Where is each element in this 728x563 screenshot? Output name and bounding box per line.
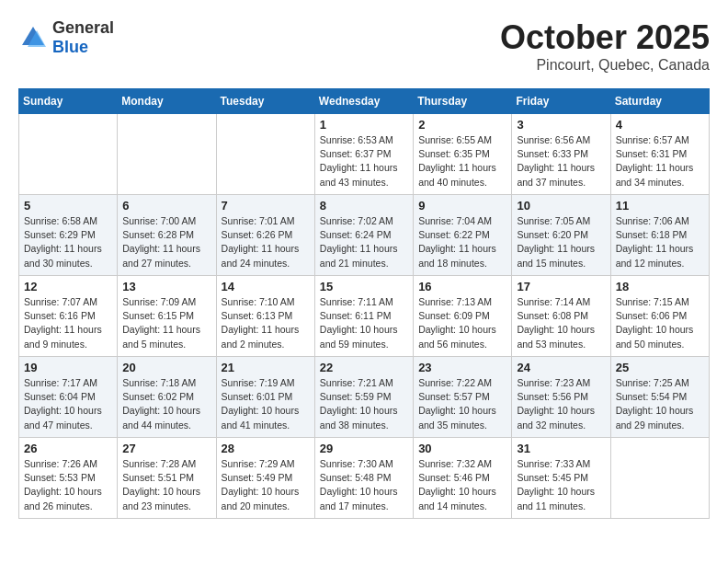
day-info: Sunrise: 7:15 AM Sunset: 6:06 PM Dayligh…	[616, 295, 704, 351]
calendar-cell: 30Sunrise: 7:32 AM Sunset: 5:46 PM Dayli…	[414, 438, 512, 519]
calendar-cell: 28Sunrise: 7:29 AM Sunset: 5:49 PM Dayli…	[216, 438, 314, 519]
month-title: October 2025	[500, 18, 710, 57]
day-info: Sunrise: 6:53 AM Sunset: 6:37 PM Dayligh…	[320, 133, 408, 190]
calendar-cell: 14Sunrise: 7:10 AM Sunset: 6:13 PM Dayli…	[216, 276, 314, 357]
day-info: Sunrise: 7:00 AM Sunset: 6:28 PM Dayligh…	[122, 214, 210, 270]
weekday-header-wednesday: Wednesday	[314, 89, 413, 114]
day-number: 10	[517, 199, 605, 213]
day-number: 2	[418, 118, 506, 132]
day-number: 13	[122, 280, 210, 293]
weekday-header-monday: Monday	[118, 89, 216, 114]
weekday-header-saturday: Saturday	[610, 89, 709, 114]
day-number: 30	[418, 442, 506, 455]
calendar-cell: 16Sunrise: 7:13 AM Sunset: 6:09 PM Dayli…	[414, 276, 512, 357]
day-info: Sunrise: 6:55 AM Sunset: 6:35 PM Dayligh…	[418, 133, 506, 190]
day-number: 29	[320, 442, 408, 455]
day-info: Sunrise: 7:19 AM Sunset: 6:01 PM Dayligh…	[222, 376, 310, 432]
day-number: 19	[24, 361, 112, 374]
calendar-cell: 31Sunrise: 7:33 AM Sunset: 5:45 PM Dayli…	[512, 438, 610, 519]
calendar-cell: 27Sunrise: 7:28 AM Sunset: 5:51 PM Dayli…	[118, 438, 216, 519]
day-number: 12	[24, 280, 112, 293]
day-info: Sunrise: 6:58 AM Sunset: 6:29 PM Dayligh…	[24, 214, 112, 270]
day-info: Sunrise: 7:09 AM Sunset: 6:15 PM Dayligh…	[122, 295, 210, 351]
calendar-cell: 7Sunrise: 7:01 AM Sunset: 6:26 PM Daylig…	[216, 195, 314, 276]
day-info: Sunrise: 7:01 AM Sunset: 6:26 PM Dayligh…	[222, 214, 310, 270]
page-header: General Blue October 2025 Pincourt, Queb…	[18, 18, 710, 74]
weekday-row: SundayMondayTuesdayWednesdayThursdayFrid…	[19, 89, 710, 114]
calendar-cell: 19Sunrise: 7:17 AM Sunset: 6:04 PM Dayli…	[19, 357, 118, 438]
day-number: 11	[616, 199, 704, 213]
day-number: 1	[320, 118, 408, 132]
day-number: 3	[517, 118, 605, 132]
weekday-header-friday: Friday	[512, 89, 610, 114]
calendar-cell: 11Sunrise: 7:06 AM Sunset: 6:18 PM Dayli…	[610, 195, 709, 276]
day-info: Sunrise: 7:18 AM Sunset: 6:02 PM Dayligh…	[122, 376, 210, 432]
day-info: Sunrise: 7:30 AM Sunset: 5:48 PM Dayligh…	[320, 457, 408, 513]
calendar-header: SundayMondayTuesdayWednesdayThursdayFrid…	[19, 89, 710, 114]
calendar-cell	[118, 114, 216, 195]
calendar-cell: 29Sunrise: 7:30 AM Sunset: 5:48 PM Dayli…	[314, 438, 413, 519]
day-info: Sunrise: 7:10 AM Sunset: 6:13 PM Dayligh…	[222, 295, 310, 351]
calendar-week-2: 5Sunrise: 6:58 AM Sunset: 6:29 PM Daylig…	[19, 195, 710, 276]
calendar-cell: 12Sunrise: 7:07 AM Sunset: 6:16 PM Dayli…	[19, 276, 118, 357]
calendar-cell: 9Sunrise: 7:04 AM Sunset: 6:22 PM Daylig…	[414, 195, 512, 276]
day-number: 16	[418, 280, 506, 293]
day-info: Sunrise: 7:22 AM Sunset: 5:57 PM Dayligh…	[418, 376, 506, 432]
calendar-cell: 26Sunrise: 7:26 AM Sunset: 5:53 PM Dayli…	[19, 438, 118, 519]
day-info: Sunrise: 7:21 AM Sunset: 5:59 PM Dayligh…	[320, 376, 408, 432]
location-subtitle: Pincourt, Quebec, Canada	[500, 57, 710, 74]
calendar-cell: 5Sunrise: 6:58 AM Sunset: 6:29 PM Daylig…	[19, 195, 118, 276]
calendar-body: 1Sunrise: 6:53 AM Sunset: 6:37 PM Daylig…	[19, 114, 710, 519]
calendar-cell: 13Sunrise: 7:09 AM Sunset: 6:15 PM Dayli…	[118, 276, 216, 357]
day-number: 15	[320, 280, 408, 293]
day-info: Sunrise: 7:07 AM Sunset: 6:16 PM Dayligh…	[24, 295, 112, 351]
day-info: Sunrise: 7:23 AM Sunset: 5:56 PM Dayligh…	[517, 376, 605, 432]
day-number: 21	[222, 361, 310, 374]
day-info: Sunrise: 7:14 AM Sunset: 6:08 PM Dayligh…	[517, 295, 605, 351]
calendar-cell	[610, 438, 709, 519]
calendar-cell: 8Sunrise: 7:02 AM Sunset: 6:24 PM Daylig…	[314, 195, 413, 276]
day-number: 4	[616, 118, 704, 132]
calendar-cell: 17Sunrise: 7:14 AM Sunset: 6:08 PM Dayli…	[512, 276, 610, 357]
day-number: 26	[24, 442, 112, 455]
calendar-cell: 21Sunrise: 7:19 AM Sunset: 6:01 PM Dayli…	[216, 357, 314, 438]
calendar-cell: 1Sunrise: 6:53 AM Sunset: 6:37 PM Daylig…	[314, 114, 413, 195]
day-number: 7	[222, 199, 310, 213]
weekday-header-tuesday: Tuesday	[216, 89, 314, 114]
day-info: Sunrise: 7:05 AM Sunset: 6:20 PM Dayligh…	[517, 214, 605, 270]
day-info: Sunrise: 7:04 AM Sunset: 6:22 PM Dayligh…	[418, 214, 506, 270]
weekday-header-thursday: Thursday	[414, 89, 512, 114]
calendar-cell: 20Sunrise: 7:18 AM Sunset: 6:02 PM Dayli…	[118, 357, 216, 438]
day-number: 22	[320, 361, 408, 374]
day-number: 24	[517, 361, 605, 374]
day-number: 25	[616, 361, 704, 374]
day-number: 28	[222, 442, 310, 455]
day-number: 14	[222, 280, 310, 293]
day-info: Sunrise: 7:26 AM Sunset: 5:53 PM Dayligh…	[24, 457, 112, 513]
day-info: Sunrise: 7:06 AM Sunset: 6:18 PM Dayligh…	[616, 214, 704, 270]
calendar-cell: 22Sunrise: 7:21 AM Sunset: 5:59 PM Dayli…	[314, 357, 413, 438]
calendar-cell: 2Sunrise: 6:55 AM Sunset: 6:35 PM Daylig…	[414, 114, 512, 195]
calendar-table: SundayMondayTuesdayWednesdayThursdayFrid…	[18, 88, 710, 519]
logo: General Blue	[18, 18, 114, 57]
calendar-cell: 15Sunrise: 7:11 AM Sunset: 6:11 PM Dayli…	[314, 276, 413, 357]
calendar-cell	[19, 114, 118, 195]
logo-general: General	[52, 18, 114, 38]
day-info: Sunrise: 7:11 AM Sunset: 6:11 PM Dayligh…	[320, 295, 408, 351]
day-info: Sunrise: 7:02 AM Sunset: 6:24 PM Dayligh…	[320, 214, 408, 270]
calendar-week-3: 12Sunrise: 7:07 AM Sunset: 6:16 PM Dayli…	[19, 276, 710, 357]
day-info: Sunrise: 7:13 AM Sunset: 6:09 PM Dayligh…	[418, 295, 506, 351]
day-info: Sunrise: 7:32 AM Sunset: 5:46 PM Dayligh…	[418, 457, 506, 513]
day-info: Sunrise: 7:29 AM Sunset: 5:49 PM Dayligh…	[222, 457, 310, 513]
calendar-cell: 24Sunrise: 7:23 AM Sunset: 5:56 PM Dayli…	[512, 357, 610, 438]
day-number: 17	[517, 280, 605, 293]
logo-icon	[18, 23, 48, 52]
day-number: 23	[418, 361, 506, 374]
calendar-cell	[216, 114, 314, 195]
calendar-cell: 4Sunrise: 6:57 AM Sunset: 6:31 PM Daylig…	[610, 114, 709, 195]
calendar-week-5: 26Sunrise: 7:26 AM Sunset: 5:53 PM Dayli…	[19, 438, 710, 519]
title-block: October 2025 Pincourt, Quebec, Canada	[500, 18, 710, 74]
day-info: Sunrise: 7:25 AM Sunset: 5:54 PM Dayligh…	[616, 376, 704, 432]
logo-blue: Blue	[52, 38, 114, 57]
day-number: 5	[24, 199, 112, 213]
